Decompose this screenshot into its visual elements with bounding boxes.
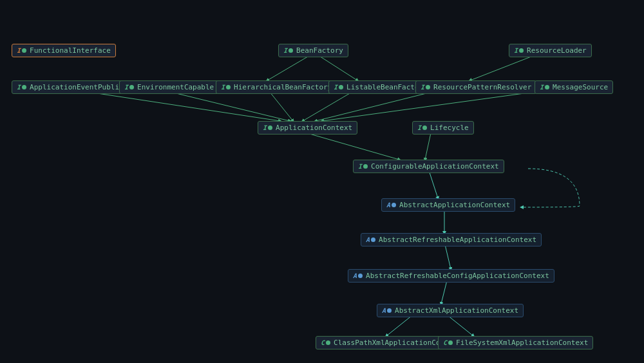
node-label: AbstractRefreshableConfigApplicationCont… bbox=[366, 272, 549, 280]
interface-icon: I bbox=[17, 84, 26, 91]
abstract-icon: A bbox=[382, 307, 392, 314]
node-label: EnvironmentCapable bbox=[137, 83, 214, 91]
node-AbstractXmlApplicationContext[interactable]: A AbstractXmlApplicationContext bbox=[377, 304, 524, 317]
node-MessageSource[interactable]: I MessageSource bbox=[535, 80, 613, 94]
interface-icon: I bbox=[421, 84, 430, 91]
node-label: Lifecycle bbox=[430, 124, 469, 132]
node-ResourcePatternResolver[interactable]: I ResourcePatternResolver bbox=[415, 80, 536, 94]
node-FunctionalInterface[interactable]: I FunctionalInterface bbox=[12, 44, 116, 57]
node-AbstractApplicationContext[interactable]: A AbstractApplicationContext bbox=[381, 198, 515, 212]
node-HierarchicalBeanFactory[interactable]: I HierarchicalBeanFactory bbox=[216, 80, 337, 94]
node-label: ResourceLoader bbox=[527, 46, 587, 55]
node-ConfigurableApplicationContext[interactable]: I ConfigurableApplicationContext bbox=[353, 160, 504, 173]
node-AbstractRefreshableApplicationContext[interactable]: A AbstractRefreshableApplicationContext bbox=[361, 233, 542, 247]
diagram-canvas: I FunctionalInterface I BeanFactory I Re… bbox=[0, 0, 644, 363]
interface-icon: I bbox=[334, 84, 343, 91]
class-icon: C bbox=[443, 339, 453, 346]
interface-icon: I bbox=[358, 163, 368, 170]
node-Lifecycle[interactable]: I Lifecycle bbox=[412, 121, 474, 135]
node-label: BeanFactory bbox=[296, 46, 343, 55]
interface-icon: I bbox=[417, 124, 427, 131]
node-AbstractRefreshableConfigApplicationContext[interactable]: A AbstractRefreshableConfigApplicationCo… bbox=[348, 269, 554, 283]
node-label: FileSystemXmlApplicationContext bbox=[456, 339, 588, 347]
interface-icon: I bbox=[17, 47, 26, 54]
node-label: ResourcePatternResolver bbox=[433, 83, 531, 91]
abstract-icon: A bbox=[366, 236, 375, 243]
interface-icon: I bbox=[514, 47, 524, 54]
node-label: FunctionalInterface bbox=[30, 46, 111, 55]
node-label: AbstractXmlApplicationContext bbox=[395, 306, 518, 315]
interface-icon: I bbox=[283, 47, 293, 54]
node-label: HierarchicalBeanFactory bbox=[234, 83, 332, 91]
class-icon: C bbox=[321, 339, 330, 346]
abstract-icon: A bbox=[386, 201, 396, 209]
node-ResourceLoader[interactable]: I ResourceLoader bbox=[509, 44, 592, 57]
node-BeanFactory[interactable]: I BeanFactory bbox=[278, 44, 348, 57]
node-label: AbstractApplicationContext bbox=[399, 201, 510, 209]
interface-icon: I bbox=[124, 84, 134, 91]
node-label: AbstractRefreshableApplicationContext bbox=[379, 236, 536, 244]
node-FileSystemXmlApplicationContext[interactable]: C FileSystemXmlApplicationContext bbox=[438, 336, 593, 349]
node-label: ConfigurableApplicationContext bbox=[371, 162, 499, 171]
interface-icon: I bbox=[221, 84, 231, 91]
node-label: ApplicationContext bbox=[276, 124, 352, 132]
interface-icon: I bbox=[540, 84, 549, 91]
node-EnvironmentCapable[interactable]: I EnvironmentCapable bbox=[119, 80, 219, 94]
node-ApplicationContext[interactable]: I ApplicationContext bbox=[258, 121, 357, 135]
abstract-icon: A bbox=[353, 272, 363, 279]
node-label: MessageSource bbox=[553, 83, 608, 91]
interface-icon: I bbox=[263, 124, 272, 131]
